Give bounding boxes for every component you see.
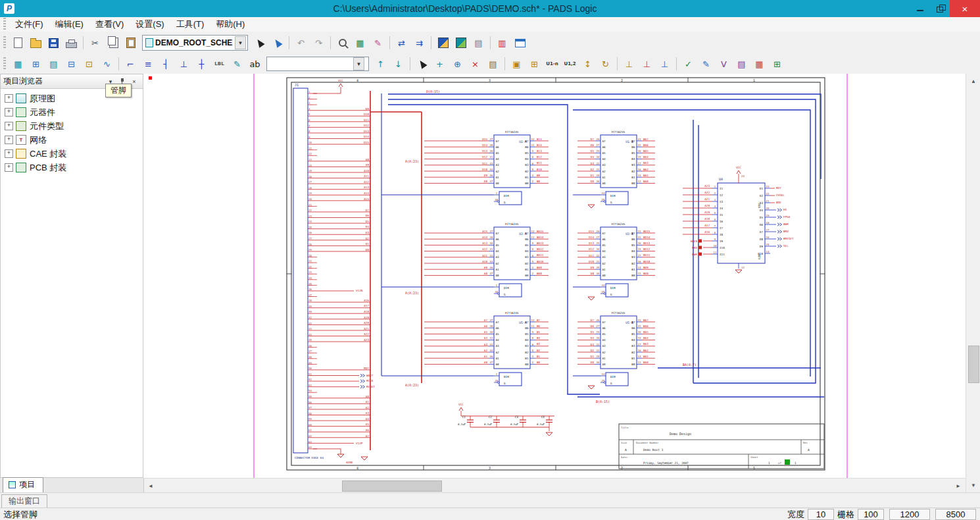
verify-design-button[interactable]: ✓ (680, 57, 697, 71)
renumber-parts-button[interactable]: U1-n (544, 57, 560, 71)
menu-item-1[interactable]: 编辑(E) (49, 17, 89, 32)
add-part-button[interactable]: ▣ (508, 57, 525, 71)
redo-button[interactable]: ↷ (310, 35, 327, 51)
sheet-selector[interactable]: DEMO_ROOT_SCHEI ▼ (142, 35, 248, 51)
zoom-button[interactable] (334, 35, 351, 51)
sheet-up-button[interactable]: ↑ (372, 57, 389, 71)
copy-mode-button[interactable]: ⊕ (449, 57, 466, 71)
drc-button[interactable]: ▦ (352, 35, 368, 51)
add-text-button[interactable]: ab (247, 57, 263, 71)
spreadsheet-button[interactable]: ⊞ (769, 57, 785, 71)
expander-icon[interactable]: + (5, 163, 13, 172)
menu-item-5[interactable]: 帮助(H) (210, 17, 251, 32)
tab-project[interactable]: 项目 (3, 477, 43, 492)
select-subsheets-button[interactable]: ⊟ (63, 57, 80, 71)
selection-filter-button[interactable]: ▦ (10, 57, 26, 71)
move-button[interactable]: + (431, 57, 448, 71)
select-gates-button[interactable]: ⊞ (28, 57, 44, 71)
horizontal-scrollbar[interactable]: ◄ ► (143, 478, 966, 493)
schematic-canvas[interactable]: 43214321D(0:15)A(0:23)A(0:23)A(0:23)B(0:… (143, 74, 966, 478)
menu-item-3[interactable]: 设置(S) (130, 17, 170, 32)
expander-icon[interactable]: + (5, 94, 13, 103)
tree-item-nets[interactable]: +T网络 (3, 133, 143, 147)
delete-button[interactable]: × (467, 57, 483, 71)
minimize-button[interactable] (910, 0, 930, 17)
net-name-combo[interactable]: ▼ (266, 57, 369, 71)
tree-item-pcb[interactable]: +PCB 封装 (3, 161, 143, 174)
save-button[interactable] (45, 35, 62, 51)
clipboard-viewer-button[interactable]: ▤ (470, 35, 487, 51)
part-editor-button[interactable]: ▦ (751, 57, 768, 71)
grid-value[interactable]: 100 (858, 509, 884, 520)
svg-text:B3: B3 (631, 255, 635, 259)
add-pin-button[interactable]: ⊥ (621, 57, 637, 71)
select-mode-button[interactable] (414, 57, 430, 71)
svg-text:Document Number: Document Number (636, 441, 659, 444)
chevron-down-icon[interactable]: ▼ (235, 36, 246, 49)
variants-button[interactable]: V (716, 57, 732, 71)
selection-pointer-button[interactable] (251, 35, 268, 51)
new-window-button[interactable] (512, 35, 528, 51)
forward-annotate-button[interactable]: ⇉ (411, 35, 428, 51)
library-manager-button[interactable]: ▤ (733, 57, 750, 71)
horizontal-scroll-thumb[interactable] (342, 481, 442, 492)
output-window-tab[interactable]: 输出窗口 (1, 494, 47, 509)
undo-button[interactable]: ↶ (293, 35, 309, 51)
svg-text:13: 13 (638, 180, 641, 183)
svg-text:FCT16245: FCT16245 (612, 130, 625, 134)
scroll-left-arrow[interactable]: ◄ (143, 479, 158, 493)
menu-item-2[interactable]: 查看(V) (89, 17, 130, 32)
cleanup-button[interactable]: ✎ (370, 35, 386, 51)
add-field-button[interactable]: LBL (211, 57, 228, 71)
ground-symbol-button[interactable]: ⊥ (176, 57, 192, 71)
sheet-down-button[interactable]: ↓ (390, 57, 406, 71)
width-value[interactable]: 10 (808, 509, 834, 520)
add-gate-button[interactable]: ⊞ (526, 57, 543, 71)
offpage-symbol-button[interactable]: ┤ (158, 57, 174, 71)
print-button[interactable] (63, 35, 80, 51)
menu-item-0[interactable]: 文件(F) (9, 17, 49, 32)
paste-button[interactable] (122, 35, 139, 51)
schematic-sheet[interactable]: 43214321D(0:15)A(0:23)A(0:23)A(0:23)B(0:… (143, 74, 966, 478)
renumber-pins-button[interactable]: ⊥ (639, 57, 655, 71)
copy-button[interactable] (105, 35, 121, 51)
edit-graphics-button[interactable]: ✎ (698, 57, 714, 71)
add-bus-button[interactable]: ≡ (140, 57, 157, 71)
compare-button[interactable]: ⇄ (393, 35, 410, 51)
select-parts-button[interactable]: ▤ (45, 57, 62, 71)
expander-icon[interactable]: + (5, 149, 13, 158)
expander-icon[interactable]: + (5, 136, 13, 144)
tree-item-cae[interactable]: +CAE 封装 (3, 147, 143, 161)
pads-layout-button[interactable] (435, 35, 451, 51)
draw-line-button[interactable]: ✎ (229, 57, 245, 71)
open-button[interactable] (28, 35, 44, 51)
tree-item-part-types[interactable]: +元件类型 (3, 119, 143, 133)
restore-button[interactable] (930, 0, 950, 17)
svg-text:D13: D13 (482, 149, 487, 153)
swap-gates-button[interactable]: U1,2 (562, 57, 578, 71)
vertical-scroll-thumb[interactable] (968, 346, 979, 383)
block-select-button[interactable] (269, 35, 285, 51)
vertical-scrollbar[interactable]: ▲ ▼ (966, 74, 980, 492)
select-nets-button[interactable]: ∿ (99, 57, 115, 71)
expander-icon[interactable]: + (5, 122, 13, 130)
chevron-down-icon[interactable]: ▼ (353, 57, 364, 70)
close-button[interactable]: × (950, 0, 980, 17)
swap-reference-button[interactable]: ↕ (579, 57, 596, 71)
new-document-button[interactable] (10, 35, 26, 51)
scroll-down-arrow[interactable]: ▼ (966, 478, 980, 492)
add-connection-button[interactable]: ⌐ (122, 57, 139, 71)
expander-icon[interactable]: + (5, 108, 13, 117)
query-edit-button[interactable]: ▤ (485, 57, 501, 71)
report-button[interactable]: ▥ (494, 35, 510, 51)
cut-button[interactable]: ✂ (87, 35, 103, 51)
menu-item-4[interactable]: 工具(T) (170, 17, 210, 32)
scroll-up-arrow[interactable]: ▲ (966, 74, 980, 88)
tie-dot-button[interactable]: ┼ (193, 57, 210, 71)
pads-router-button[interactable] (453, 35, 469, 51)
tree-item-components[interactable]: +元器件 (3, 105, 143, 119)
rename-part-button[interactable]: ↻ (597, 57, 614, 71)
scroll-right-arrow[interactable]: ► (951, 479, 966, 493)
swap-pins-button[interactable]: ⊥ (656, 57, 673, 71)
select-pins-button[interactable]: ⊡ (81, 57, 97, 71)
